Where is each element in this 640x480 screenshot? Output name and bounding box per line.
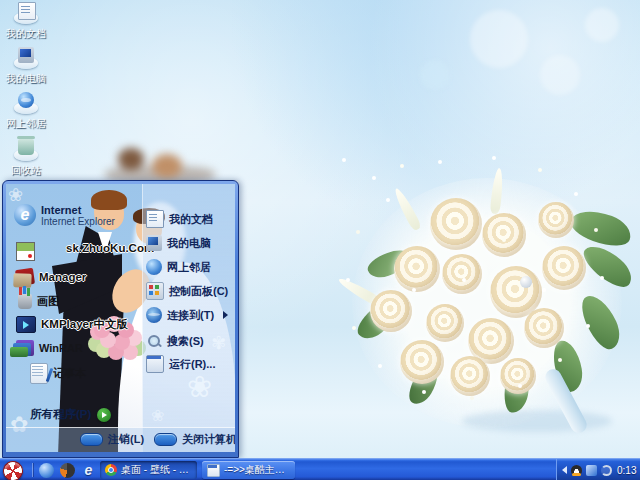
bokeh-circle — [470, 10, 528, 68]
pearl-pin — [520, 276, 532, 288]
menu-item-label: 连接到(T) — [167, 308, 214, 323]
flower-deco-icon: ❀ — [151, 408, 164, 424]
desktop-icon-my-computer[interactable]: 我的电脑 — [0, 47, 52, 84]
connect-icon — [146, 307, 162, 323]
turn-off-label: 关闭计算机(U) — [182, 432, 235, 447]
menu-item-paint[interactable]: 画图 — [18, 290, 59, 312]
my-documents-icon — [13, 2, 39, 26]
task-button-label: -=>>桌酷主题 - ... — [224, 463, 290, 477]
internet-explorer-icon: e — [14, 204, 36, 226]
menu-item-label: 控制面板(C) — [169, 284, 228, 299]
flower-deco-icon: ❀ — [8, 186, 23, 204]
menu-item-label: 搜索(S) — [167, 334, 204, 349]
network-places-icon — [13, 92, 39, 116]
bokeh-circle — [540, 55, 580, 95]
desktop-icon-my-documents[interactable]: 我的文档 — [0, 2, 52, 39]
desktop-icon-label: 网上邻居 — [0, 118, 52, 129]
flower-deco-icon: ✾ — [211, 334, 226, 352]
menu-item-label: Manager — [39, 271, 86, 283]
quick-launch-messenger-icon[interactable] — [39, 463, 54, 478]
desktop-icon-network-places[interactable]: 网上邻居 — [0, 92, 52, 129]
desktop-icon-label: 我的电脑 — [0, 73, 52, 84]
menu-item-connect-to[interactable]: 连接到(T) — [146, 304, 234, 326]
log-off-button[interactable]: 注销(L) — [80, 432, 144, 447]
menu-item-network-places[interactable]: 网上邻居 — [146, 256, 211, 278]
task-button-label: 桌面 - 壁纸 - 桌酷... — [121, 463, 192, 477]
turn-off-computer-button[interactable]: 关闭计算机(U) — [154, 432, 235, 447]
blurred-couple-image — [100, 140, 250, 185]
menu-item-winrar[interactable]: WinRAR — [16, 337, 83, 359]
menu-item-my-documents[interactable]: 我的文档 — [146, 208, 213, 230]
network-icon — [146, 259, 162, 275]
taskbar: e » 桌面 - 壁纸 - 桌酷... -=>>桌酷主题 - ... 0:13 — [0, 458, 640, 480]
menu-item-search[interactable]: 搜索(S) — [146, 330, 204, 352]
qq-tray-icon[interactable] — [571, 465, 582, 476]
desktop: 我的文档 我的电脑 网上邻居 回收站 ❀ — [0, 0, 640, 480]
menu-item-title: Internet — [41, 204, 115, 216]
log-off-icon — [80, 433, 103, 446]
start-menu: ❀ ✿ ❀ ✾ ❀ e — [2, 180, 239, 458]
rose-bouquet-image — [342, 158, 638, 444]
documents-icon — [146, 210, 164, 228]
desktop-icon-label: 回收站 — [0, 165, 52, 176]
paint-icon — [18, 294, 32, 309]
turn-off-icon — [154, 433, 177, 446]
bokeh-circle — [420, 60, 450, 90]
chrome-icon — [105, 464, 117, 476]
menu-item-label: 我的文档 — [169, 212, 213, 227]
menu-item-run[interactable]: 运行(R)... — [146, 353, 215, 375]
flower-deco-icon: ❀ — [187, 372, 212, 402]
desktop-icon-recycle-bin[interactable]: 回收站 — [0, 139, 52, 176]
update-tray-icon[interactable] — [601, 465, 612, 476]
system-tray: 0:13 — [556, 459, 640, 480]
start-button[interactable] — [1, 459, 25, 480]
submenu-arrow-icon — [223, 311, 228, 319]
menu-item-label: KMPlayer中文版 — [41, 317, 128, 332]
all-programs-label: 所有程序(P) — [30, 407, 91, 422]
menu-item-notepad[interactable]: 记事本 — [30, 362, 86, 384]
menu-item-kmplayer[interactable]: KMPlayer中文版 — [16, 313, 128, 335]
log-off-label: 注销(L) — [108, 432, 144, 447]
search-icon — [146, 333, 162, 349]
task-button-theme-window[interactable]: -=>>桌酷主题 - ... — [202, 461, 295, 479]
control-panel-icon — [146, 282, 164, 300]
menu-item-manager[interactable]: Manager — [16, 266, 86, 288]
menu-item-label: 网上邻居 — [167, 260, 211, 275]
computer-icon — [146, 235, 162, 251]
notepad-icon — [30, 363, 48, 384]
task-button-wallpaper-page[interactable]: 桌面 - 壁纸 - 桌酷... — [100, 461, 197, 479]
hide-tray-icons-button[interactable] — [562, 466, 567, 474]
bokeh-circle — [585, 8, 619, 42]
window-icon — [207, 464, 220, 477]
recycle-bin-icon — [13, 139, 39, 163]
quick-launch-internet-explorer-icon[interactable]: e — [81, 463, 96, 478]
menu-item-label: 记事本 — [53, 366, 86, 381]
messenger-tray-icon[interactable] — [586, 465, 597, 476]
menu-item-label: WinRAR — [39, 342, 83, 354]
zhuoku-watermark: sk.ZhuoKu.Com — [66, 242, 154, 254]
my-computer-icon — [13, 47, 39, 71]
menu-item-email[interactable] — [16, 240, 35, 262]
all-programs-arrow-icon — [97, 408, 111, 422]
menu-item-subtitle: Internet Explorer — [41, 216, 115, 227]
mail-app-icon — [16, 242, 35, 261]
menu-item-internet-explorer[interactable]: e Internet Internet Explorer — [14, 204, 115, 226]
manager-app-icon — [15, 268, 35, 286]
menu-item-my-computer[interactable]: 我的电脑 — [146, 232, 211, 254]
quick-launch-media-player-icon[interactable] — [60, 463, 75, 478]
taskbar-clock[interactable]: 0:13 — [617, 465, 636, 476]
winrar-icon — [16, 340, 34, 356]
toolbar-separator — [32, 463, 33, 477]
desktop-icon-label: 我的文档 — [0, 28, 52, 39]
menu-item-label: 我的电脑 — [167, 236, 211, 251]
menu-item-label: 画图 — [37, 294, 59, 309]
run-icon — [146, 355, 164, 373]
all-programs-button[interactable]: 所有程序(P) — [30, 407, 111, 422]
kmplayer-icon — [16, 316, 36, 333]
menu-item-control-panel[interactable]: 控制面板(C) — [146, 280, 228, 302]
menu-item-label: 运行(R)... — [169, 357, 215, 372]
